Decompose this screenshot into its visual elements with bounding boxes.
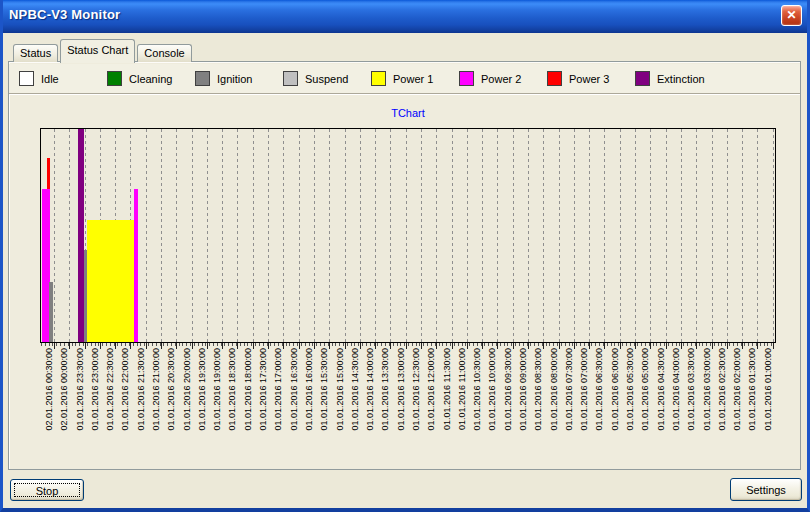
client-area: StatusStatus ChartConsole IdleCleaningIg… xyxy=(3,33,807,508)
legend-item-cleaning: Cleaning xyxy=(107,71,195,86)
legend-label: Power 3 xyxy=(569,73,609,85)
legend-label: Extinction xyxy=(657,73,705,85)
tab-status[interactable]: Status xyxy=(13,44,58,62)
legend-item-power-3: Power 3 xyxy=(547,71,635,86)
legend-item-power-1: Power 1 xyxy=(371,71,459,86)
legend-label: Power 2 xyxy=(481,73,521,85)
tab-console[interactable]: Console xyxy=(137,44,191,62)
legend-item-ignition: Ignition xyxy=(195,71,283,86)
settings-button[interactable]: Settings xyxy=(730,478,802,501)
legend-swatch-power-3 xyxy=(547,71,562,86)
app-window: NPBC-V3 Monitor ✕ StatusStatus ChartCons… xyxy=(0,0,810,512)
legend-label: Suspend xyxy=(305,73,348,85)
status-legend: IdleCleaningIgnitionSuspendPower 1Power … xyxy=(9,64,800,94)
window-title: NPBC-V3 Monitor xyxy=(9,7,120,22)
legend-item-idle: Idle xyxy=(19,71,107,86)
legend-label: Cleaning xyxy=(129,73,172,85)
legend-swatch-power-1 xyxy=(371,71,386,86)
tab-status-chart[interactable]: Status Chart xyxy=(60,39,135,63)
title-bar: NPBC-V3 Monitor ✕ xyxy=(0,0,810,33)
legend-swatch-power-2 xyxy=(459,71,474,86)
legend-item-extinction: Extinction xyxy=(635,71,723,86)
legend-label: Idle xyxy=(41,73,59,85)
legend-swatch-extinction xyxy=(635,71,650,86)
legend-swatch-cleaning xyxy=(107,71,122,86)
tab-page-status-chart xyxy=(8,61,801,470)
legend-label: Power 1 xyxy=(393,73,433,85)
tab-strip: StatusStatus ChartConsole xyxy=(13,39,192,62)
close-icon[interactable]: ✕ xyxy=(781,5,802,26)
legend-item-power-2: Power 2 xyxy=(459,71,547,86)
legend-label: Ignition xyxy=(217,73,252,85)
stop-button[interactable]: Stop xyxy=(10,479,84,501)
legend-item-suspend: Suspend xyxy=(283,71,371,86)
legend-swatch-suspend xyxy=(283,71,298,86)
legend-swatch-ignition xyxy=(195,71,210,86)
legend-swatch-idle xyxy=(19,71,34,86)
